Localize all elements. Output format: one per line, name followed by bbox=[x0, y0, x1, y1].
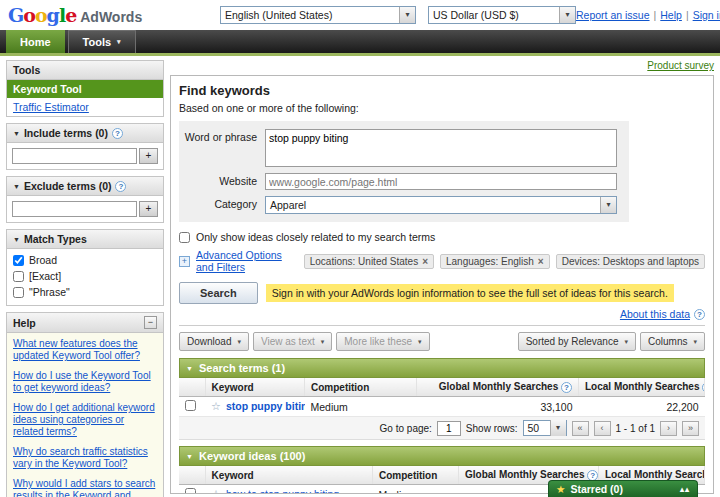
website-input[interactable] bbox=[265, 173, 617, 190]
chevron-down-icon[interactable]: ▾ bbox=[399, 7, 415, 23]
expand-icon[interactable]: + bbox=[179, 256, 190, 267]
sign-in-link[interactable]: Sign in bbox=[693, 9, 720, 21]
close-icon[interactable]: × bbox=[538, 256, 544, 267]
prev-page-button[interactable]: ‹ bbox=[594, 421, 611, 436]
chevron-down-icon: ▾ bbox=[625, 338, 629, 346]
sign-in-notice: Sign in with your AdWords login informat… bbox=[266, 284, 674, 302]
keyword-link[interactable]: how to stop puppy biting bbox=[226, 488, 339, 494]
chevron-down-icon: ▾ bbox=[321, 338, 325, 346]
competition-cell: Medium bbox=[373, 485, 459, 495]
link-separator: | bbox=[654, 9, 657, 21]
include-terms-input[interactable] bbox=[12, 148, 137, 164]
help-icon[interactable]: ? bbox=[115, 181, 126, 192]
locations-filter-chip[interactable]: Locations: United States× bbox=[304, 254, 434, 269]
toolbar-right: Sorted by Relevance▾ Columns▾ bbox=[518, 332, 705, 351]
keyword-column-header[interactable]: Keyword bbox=[205, 466, 373, 485]
website-label: Website bbox=[183, 173, 257, 190]
main-panel: Find keywords Based on one or more of th… bbox=[170, 75, 714, 494]
exclude-terms-input[interactable] bbox=[12, 201, 137, 217]
more-like-these-button[interactable]: More like these▾ bbox=[336, 332, 429, 351]
columns-button[interactable]: Columns▾ bbox=[640, 332, 705, 351]
first-page-button[interactable]: « bbox=[572, 421, 589, 436]
link-separator: | bbox=[686, 9, 689, 21]
download-button[interactable]: Download▾ bbox=[179, 332, 249, 351]
word-label: Word or phrase bbox=[183, 129, 257, 167]
phrase-checkbox[interactable] bbox=[13, 287, 24, 298]
panel-collapse-icon[interactable]: ▴▴ bbox=[680, 485, 690, 494]
view-as-text-button[interactable]: View as text▾ bbox=[253, 332, 332, 351]
closely-related-checkbox[interactable] bbox=[179, 232, 190, 243]
star-icon[interactable]: ☆ bbox=[211, 488, 221, 494]
exclude-terms-header[interactable]: ▼ Exclude terms (0) ? bbox=[7, 177, 163, 196]
main-column: Product survey Find keywords Based on on… bbox=[170, 60, 714, 494]
keyword-column-header[interactable]: Keyword bbox=[205, 378, 305, 397]
about-this-data-link[interactable]: About this data bbox=[620, 308, 690, 320]
google-adwords-logo: Google AdWords bbox=[8, 4, 128, 26]
currency-select[interactable]: US Dollar (USD $) ▾ bbox=[428, 6, 576, 24]
help-link[interactable]: Help bbox=[660, 9, 682, 21]
tools-panel-header: Tools bbox=[7, 61, 163, 80]
adwords-keyword-tool-page: Google AdWords English (United States) ▾… bbox=[0, 0, 720, 497]
word-or-phrase-input[interactable]: stop puppy biting bbox=[265, 129, 617, 167]
local-searches-cell: 22,200 bbox=[579, 397, 705, 417]
broad-checkbox[interactable] bbox=[13, 255, 24, 266]
help-icon[interactable]: ? bbox=[112, 128, 123, 139]
help-icon[interactable]: ? bbox=[702, 382, 704, 393]
help-icon[interactable]: ? bbox=[694, 309, 705, 320]
adwords-logo-text: AdWords bbox=[80, 9, 142, 25]
search-terms-table: Keyword Competition Global Monthly Searc… bbox=[179, 378, 705, 417]
competition-column-header[interactable]: Competition bbox=[305, 378, 417, 397]
chevron-down-icon[interactable]: ▾ bbox=[559, 7, 575, 23]
devices-filter-chip[interactable]: Devices: Desktops and laptops bbox=[556, 254, 705, 269]
include-terms-header[interactable]: ▼ Include terms (0) ? bbox=[7, 124, 163, 143]
results-toolbar: Download▾ View as text▾ More like these▾… bbox=[179, 325, 705, 358]
report-issue-link[interactable]: Report an issue bbox=[576, 9, 650, 21]
languages-filter-chip[interactable]: Languages: English× bbox=[440, 254, 550, 269]
nav-tab-home[interactable]: Home bbox=[6, 30, 65, 53]
row-checkbox[interactable] bbox=[185, 488, 196, 494]
help-link-item[interactable]: What new features does the updated Keywo… bbox=[13, 338, 157, 362]
match-types-header[interactable]: ▼ Match Types bbox=[7, 230, 163, 249]
help-link-item[interactable]: How do I use the Keyword Tool to get key… bbox=[13, 370, 157, 394]
page-number-input[interactable] bbox=[437, 421, 461, 436]
advanced-options-link[interactable]: Advanced Options and Filters bbox=[196, 249, 298, 273]
chevron-down-icon[interactable]: ▾ bbox=[550, 420, 566, 436]
search-terms-section-header[interactable]: ▼ Search terms (1) bbox=[179, 358, 705, 378]
star-icon[interactable]: ☆ bbox=[211, 400, 221, 412]
chevron-down-icon[interactable]: ▾ bbox=[600, 197, 616, 213]
sidebar-item-keyword-tool[interactable]: Keyword Tool bbox=[7, 80, 163, 98]
row-checkbox[interactable] bbox=[185, 400, 196, 411]
competition-column-header[interactable]: Competition bbox=[373, 466, 459, 485]
close-icon[interactable]: × bbox=[422, 256, 428, 267]
next-page-button[interactable]: › bbox=[660, 421, 677, 436]
keyword-link[interactable]: stop puppy biting bbox=[226, 400, 305, 412]
exclude-terms-controls: + bbox=[7, 196, 163, 222]
add-include-term-button[interactable]: + bbox=[139, 148, 158, 164]
add-exclude-term-button[interactable]: + bbox=[139, 201, 158, 217]
starred-panel[interactable]: ★ Starred (0) ▴▴ bbox=[548, 480, 698, 497]
help-link-item[interactable]: Why would I add stars to search results … bbox=[13, 478, 157, 497]
chevron-down-icon: ▼ bbox=[13, 236, 20, 243]
rows-per-page-select[interactable]: 50 ▾ bbox=[523, 420, 567, 436]
exact-checkbox[interactable] bbox=[13, 271, 24, 282]
include-terms-panel: ▼ Include terms (0) ? + bbox=[6, 123, 164, 170]
nav-tab-tools[interactable]: Tools▾ bbox=[68, 30, 136, 53]
global-searches-column-header[interactable]: Global Monthly Searches ? bbox=[417, 378, 579, 397]
local-searches-column-header[interactable]: Local Monthly Searches ? bbox=[579, 378, 705, 397]
keyword-form: Word or phrase stop puppy biting Website… bbox=[179, 121, 629, 222]
category-select[interactable]: Apparel ▾ bbox=[265, 196, 617, 214]
keyword-ideas-section-header[interactable]: ▼ Keyword ideas (100) bbox=[179, 446, 705, 466]
search-button[interactable]: Search bbox=[179, 282, 258, 304]
product-survey-link[interactable]: Product survey bbox=[647, 60, 714, 71]
help-link-item[interactable]: How do I get additional keyword ideas us… bbox=[13, 402, 157, 438]
sorted-by-button[interactable]: Sorted by Relevance▾ bbox=[518, 332, 636, 351]
help-icon[interactable]: ? bbox=[561, 382, 572, 393]
chevron-down-icon: ▼ bbox=[186, 365, 193, 372]
language-select[interactable]: English (United States) ▾ bbox=[220, 6, 416, 24]
chevron-down-icon: ▼ bbox=[13, 130, 20, 137]
collapse-help-button[interactable]: − bbox=[144, 316, 157, 329]
page-subtitle: Based on one or more of the following: bbox=[179, 102, 705, 114]
last-page-button[interactable]: » bbox=[682, 421, 699, 436]
competition-cell: Medium bbox=[305, 397, 417, 417]
help-link-item[interactable]: Why do search traffic statistics vary in… bbox=[13, 446, 157, 470]
